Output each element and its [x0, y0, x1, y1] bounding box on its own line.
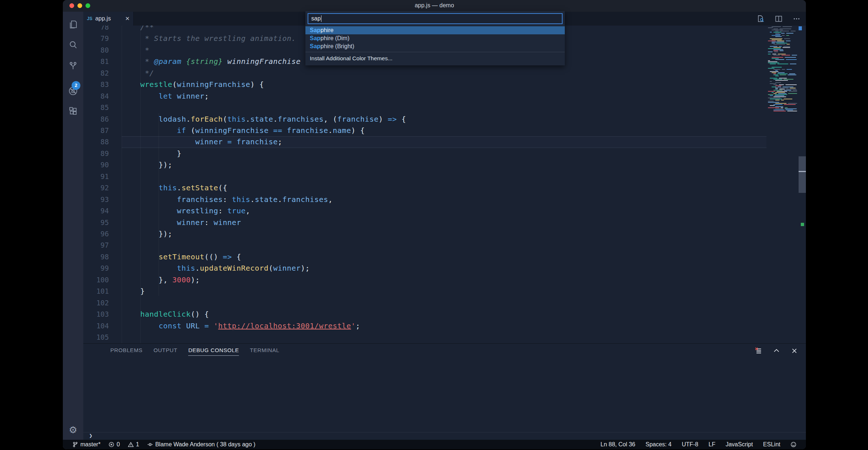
minimap-line [772, 39, 782, 40]
minimap-line [768, 107, 779, 108]
code-line[interactable]: } [122, 286, 145, 297]
minimap-line [768, 41, 776, 41]
explorer-icon[interactable] [68, 19, 78, 30]
code-token [182, 321, 186, 330]
minimap-line [768, 61, 777, 62]
code-line[interactable] [122, 102, 140, 113]
search-icon[interactable] [68, 40, 78, 50]
code-token: , ( [324, 115, 338, 123]
code-line[interactable]: * [122, 45, 149, 56]
code-line[interactable]: lodash.forEach(this.state.franchises, (f… [122, 114, 406, 125]
tab-close-icon[interactable]: ✕ [125, 15, 130, 22]
status-item-spaces-4[interactable]: Spaces: 4 [646, 441, 671, 448]
code-line[interactable]: if (winningFranchise == franchise.name) … [122, 125, 365, 136]
code-line[interactable]: } [122, 148, 182, 159]
open-changes-icon[interactable] [757, 15, 765, 23]
code-line[interactable]: handleClick() { [122, 309, 209, 320]
code-line[interactable]: }); [122, 228, 172, 240]
code-token: ); [301, 264, 310, 272]
code-line[interactable]: wrestle(winningFranchise) { [122, 79, 264, 90]
line-number: 102 [83, 297, 122, 309]
clear-console-icon[interactable] [754, 347, 763, 355]
minimap-line [770, 32, 772, 33]
status-item-lf[interactable]: LF [708, 441, 715, 448]
code-token: const [159, 321, 182, 330]
status-item-git-branch[interactable]: master* [72, 441, 100, 448]
minimap-line [773, 111, 786, 111]
close-panel-icon[interactable] [790, 347, 799, 355]
status-item-error-circle[interactable]: 0 [108, 441, 120, 448]
code-line[interactable]: }, 3000); [122, 274, 200, 286]
minimap-line [770, 71, 778, 72]
code-token: . [186, 115, 191, 123]
minimap[interactable] [768, 26, 798, 114]
install-additional-themes-item[interactable]: Install Additional Color Themes... [305, 52, 565, 65]
status-item-ln-88-col-36[interactable]: Ln 88, Col 36 [601, 441, 635, 448]
code-line[interactable]: let winner; [122, 91, 209, 102]
code-line[interactable]: winner: winner [122, 217, 241, 228]
code-token [140, 206, 177, 215]
status-item-blame-eye[interactable]: Blame Wade Anderson ( 38 days ago ) [147, 441, 255, 448]
minimap-line [768, 94, 773, 95]
theme-list: SapphireSapphire (Dim)Sapphire (Bright) [305, 26, 565, 50]
panel-tab-terminal[interactable]: TERMINAL [250, 346, 279, 356]
code-line[interactable] [122, 332, 140, 343]
code-line[interactable]: this.setState({ [122, 182, 227, 194]
maximize-panel-icon[interactable] [772, 347, 781, 355]
minimap-line [779, 89, 785, 89]
code-line[interactable]: * Starts the wrestling animation. [122, 33, 296, 44]
smiley-feedback-icon[interactable] [791, 442, 796, 447]
settings-gear-icon[interactable]: ⚙ [69, 424, 77, 436]
code-line[interactable]: wrestling: true, [122, 205, 250, 217]
status-item-utf-8[interactable]: UTF-8 [682, 441, 698, 448]
theme-list-item[interactable]: Sapphire (Dim) [305, 34, 565, 42]
code-token: URL [186, 321, 200, 330]
line-number: 101 [83, 286, 122, 297]
warning-triangle-icon [128, 442, 134, 447]
source-control-icon[interactable] [68, 61, 78, 71]
minimap-line [768, 48, 781, 49]
code-line[interactable]: /** [122, 26, 154, 33]
debug-console-input-row[interactable]: ❯ [83, 432, 806, 440]
code-line[interactable] [122, 240, 140, 251]
quick-input-field[interactable]: sap [308, 13, 563, 24]
editor[interactable]: 7879808182838485868788899091929394959697… [83, 26, 806, 343]
panel-tab-output[interactable]: OUTPUT [153, 346, 177, 356]
status-item-eslint[interactable]: ESLint [763, 441, 780, 448]
status-item-warning-triangle[interactable]: 1 [128, 441, 139, 448]
code-token: ({ [218, 183, 227, 192]
status-label: 0 [117, 441, 120, 448]
panel-tab-debug-console[interactable]: DEBUG CONSOLE [188, 346, 239, 356]
minimap-line [772, 26, 781, 27]
line-number: 99 [83, 263, 122, 274]
split-editor-icon[interactable] [774, 15, 783, 23]
code-line[interactable]: this.updateWinRecord(winner); [122, 263, 310, 274]
minimap-line [775, 85, 781, 86]
code-line[interactable]: setTimeout(() => { [122, 251, 241, 263]
code-line[interactable] [122, 297, 140, 309]
code-token: this [227, 115, 245, 123]
code-token: state [250, 115, 273, 123]
theme-list-item[interactable]: Sapphire [305, 26, 565, 34]
code-line[interactable] [122, 171, 140, 182]
editor-scrollbar[interactable] [799, 156, 806, 193]
status-item-javascript[interactable]: JavaScript [726, 441, 753, 448]
code-line[interactable]: const URL = 'http://localhost:3001/wrest… [122, 320, 360, 332]
code-line[interactable]: * @param {string} winningFranchise [122, 56, 301, 67]
code-token: ' [351, 321, 356, 330]
theme-list-item[interactable]: Sapphire (Bright) [305, 42, 565, 50]
panel-tab-problems[interactable]: PROBLEMS [110, 346, 142, 356]
code-line[interactable]: }); [122, 159, 172, 171]
code-line[interactable]: franchises: this.state.franchises, [122, 194, 333, 205]
more-actions-icon[interactable] [792, 15, 801, 23]
tab-appjs[interactable]: JS app.js ✕ [83, 12, 134, 26]
code-line[interactable]: winner = franchise; [122, 136, 282, 148]
minimap-line [783, 26, 792, 27]
extensions-icon[interactable] [68, 106, 78, 116]
line-number: 100 [83, 274, 122, 286]
code-token: . [250, 195, 255, 204]
code-token: winningFranchise [177, 80, 250, 89]
minimap-line [775, 92, 785, 93]
overview-cursor-marker [799, 171, 806, 172]
code-line[interactable]: */ [122, 68, 154, 79]
